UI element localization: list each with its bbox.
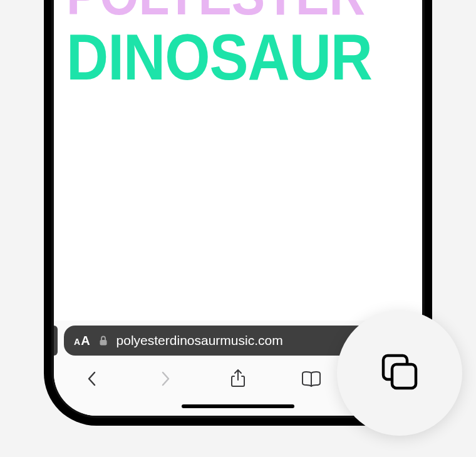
tabs-callout xyxy=(337,311,462,436)
reader-aa-icon[interactable]: A A xyxy=(74,334,90,348)
lock-icon xyxy=(99,336,108,346)
home-indicator[interactable] xyxy=(182,404,294,408)
tabs-icon xyxy=(376,348,423,398)
share-button[interactable] xyxy=(227,368,249,389)
prev-tab-peek[interactable] xyxy=(54,326,58,356)
aa-large: A xyxy=(81,334,90,348)
svg-rect-4 xyxy=(392,364,416,388)
bookmarks-button[interactable] xyxy=(301,368,322,389)
page-title-line1: POLYESTER xyxy=(66,0,410,21)
webpage-content: POLYESTER DINOSAUR xyxy=(54,0,422,321)
svg-rect-0 xyxy=(100,340,106,346)
back-button[interactable] xyxy=(81,368,103,389)
forward-button xyxy=(155,368,176,389)
aa-small: A xyxy=(74,337,80,347)
page-title-line2: DINOSAUR xyxy=(66,28,410,88)
